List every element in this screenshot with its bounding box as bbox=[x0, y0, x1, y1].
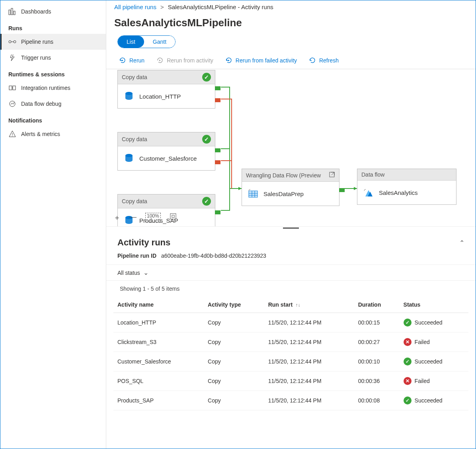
node-name: SalesAnalytics bbox=[379, 189, 418, 196]
svg-point-12 bbox=[12, 136, 13, 136]
collapse-panel-button[interactable]: ⌃ bbox=[459, 239, 464, 247]
zoom-out-button[interactable]: ― bbox=[129, 213, 137, 222]
col-run-start[interactable]: Run start ↑↓ bbox=[264, 297, 354, 313]
node-wrangling-salesdataprep[interactable]: Wrangling Data Flow (Preview SalesDataPr… bbox=[242, 169, 339, 206]
svg-rect-6 bbox=[9, 86, 12, 90]
cell-activity-type: Copy bbox=[204, 391, 264, 410]
node-type: Copy data bbox=[122, 198, 147, 204]
breadcrumb-separator: > bbox=[160, 4, 164, 10]
table-row[interactable]: Products_SAPCopy11/5/20, 12:12:44 PM00:0… bbox=[113, 391, 468, 410]
table-row[interactable]: POS_SQLCopy11/5/20, 12:12:44 PM00:00:36✕… bbox=[113, 371, 468, 391]
sidebar-item-alerts[interactable]: Alerts & metrics bbox=[0, 126, 106, 142]
rerun-activity-icon bbox=[156, 57, 164, 64]
breadcrumb-current: SalesAnalyticsMLPipeline - Activity runs bbox=[168, 4, 273, 10]
pipeline-canvas[interactable]: Copy data ✓ Location_HTTP Copy data ✓ bbox=[106, 69, 476, 226]
node-type: Copy data bbox=[122, 74, 147, 80]
node-copy-location-http[interactable]: Copy data ✓ Location_HTTP bbox=[117, 70, 215, 109]
cell-duration: 00:00:36 bbox=[354, 371, 400, 391]
main-content: All pipeline runs > SalesAnalyticsMLPipe… bbox=[106, 0, 476, 449]
table-row[interactable]: Clickstream_S3Copy11/5/20, 12:12:44 PM00… bbox=[113, 332, 468, 352]
chevron-down-icon: ⌄ bbox=[143, 269, 148, 276]
action-refresh[interactable]: Refresh bbox=[309, 57, 339, 64]
sidebar-item-dashboards[interactable]: Dashboards bbox=[0, 4, 106, 19]
view-toggle: List Gantt bbox=[117, 35, 176, 48]
cell-status: ✕Failed bbox=[400, 371, 468, 391]
svg-rect-23 bbox=[249, 191, 258, 197]
toggle-gantt[interactable]: Gantt bbox=[144, 36, 175, 48]
rerun-failed-icon bbox=[225, 57, 232, 64]
cell-run-start: 11/5/20, 12:12:44 PM bbox=[264, 332, 354, 352]
svg-point-9 bbox=[10, 101, 15, 107]
sidebar-item-label: Trigger runs bbox=[21, 54, 51, 61]
sidebar-item-trigger-runs[interactable]: Trigger runs bbox=[0, 50, 106, 66]
col-status[interactable]: Status bbox=[400, 297, 468, 313]
sidebar-item-label: Alerts & metrics bbox=[21, 131, 60, 137]
pipeline-icon bbox=[8, 38, 16, 46]
sidebar-group-notifications: Notifications bbox=[0, 112, 106, 126]
sidebar-item-integration-runtimes[interactable]: Integration runtimes bbox=[0, 80, 106, 96]
action-label: Rerun bbox=[129, 57, 144, 64]
integration-icon bbox=[8, 84, 16, 92]
dataflow-icon bbox=[363, 187, 374, 198]
debug-icon bbox=[8, 100, 16, 108]
sidebar-item-pipeline-runs[interactable]: Pipeline runs bbox=[0, 34, 106, 50]
status-success-icon: ✓ bbox=[202, 197, 211, 206]
cell-activity-type: Copy bbox=[204, 313, 264, 332]
cell-activity-type: Copy bbox=[204, 352, 264, 371]
cell-duration: 00:00:08 bbox=[354, 391, 400, 410]
cell-activity-name: Customer_Salesforce bbox=[113, 352, 204, 371]
status-success-icon: ✓ bbox=[202, 73, 211, 82]
toggle-list[interactable]: List bbox=[118, 36, 144, 48]
sidebar-item-label: Dashboards bbox=[21, 8, 51, 15]
sidebar: Dashboards Runs Pipeline runs Trigger ru… bbox=[0, 0, 106, 449]
table-row[interactable]: Customer_SalesforceCopy11/5/20, 12:12:44… bbox=[113, 352, 468, 371]
success-icon: ✓ bbox=[404, 358, 412, 365]
status-success-icon: ✓ bbox=[202, 135, 211, 144]
status-filter-label: All status bbox=[117, 270, 140, 276]
zoom-100-button[interactable]: 100% bbox=[145, 213, 161, 222]
success-icon: ✓ bbox=[404, 319, 412, 327]
cell-run-start: 11/5/20, 12:12:44 PM bbox=[264, 352, 354, 371]
node-name: Customer_Salesforce bbox=[139, 155, 197, 162]
sidebar-item-dataflow-debug[interactable]: Data flow debug bbox=[0, 96, 106, 112]
svg-rect-31 bbox=[172, 215, 174, 218]
col-activity-type[interactable]: Activity type bbox=[204, 297, 264, 313]
svg-marker-14 bbox=[159, 60, 161, 61]
svg-rect-30 bbox=[170, 214, 176, 219]
database-icon bbox=[123, 153, 135, 164]
alert-icon bbox=[8, 130, 16, 138]
cell-duration: 00:00:10 bbox=[354, 352, 400, 371]
node-name: Location_HTTP bbox=[139, 93, 181, 100]
pane-resize-handle[interactable] bbox=[106, 226, 476, 229]
refresh-icon bbox=[309, 57, 316, 64]
sidebar-item-label: Integration runtimes bbox=[21, 85, 70, 91]
breadcrumb-link-root[interactable]: All pipeline runs bbox=[114, 4, 156, 10]
zoom-in-button[interactable]: ＋ bbox=[113, 213, 121, 222]
node-type: Data flow bbox=[361, 171, 384, 178]
open-icon[interactable] bbox=[329, 171, 335, 179]
svg-marker-15 bbox=[228, 60, 230, 61]
node-copy-customer-salesforce[interactable]: Copy data ✓ Customer_Salesforce bbox=[117, 132, 215, 171]
col-duration[interactable]: Duration bbox=[354, 297, 400, 313]
table-row[interactable]: Location_HTTPCopy11/5/20, 12:12:44 PM00:… bbox=[113, 313, 468, 332]
svg-rect-7 bbox=[13, 86, 16, 90]
action-rerun[interactable]: Rerun bbox=[119, 57, 144, 64]
cell-activity-name: Clickstream_S3 bbox=[113, 332, 204, 352]
dashboard-icon bbox=[8, 8, 16, 16]
node-dataflow-salesanalytics[interactable]: Data flow SalesAnalytics bbox=[357, 169, 456, 205]
cell-run-start: 11/5/20, 12:12:44 PM bbox=[264, 313, 354, 332]
cell-activity-name: Products_SAP bbox=[113, 391, 204, 410]
fit-screen-button[interactable] bbox=[170, 213, 177, 222]
trigger-icon bbox=[8, 54, 16, 62]
sidebar-item-label: Pipeline runs bbox=[21, 39, 53, 45]
canvas-zoom-controls: ＋ ― 100% bbox=[109, 211, 181, 224]
table-icon bbox=[248, 188, 259, 199]
breadcrumb: All pipeline runs > SalesAnalyticsMLPipe… bbox=[106, 0, 476, 14]
cell-activity-name: POS_SQL bbox=[113, 371, 204, 391]
action-rerun-from-failed[interactable]: Rerun from failed activity bbox=[225, 57, 297, 64]
cell-status: ✓Succeeded bbox=[400, 313, 468, 332]
status-filter-dropdown[interactable]: All status ⌄ bbox=[117, 269, 148, 276]
col-activity-name[interactable]: Activity name bbox=[113, 297, 204, 313]
activity-runs-title: Activity runs bbox=[117, 237, 170, 248]
cell-status: ✕Failed bbox=[400, 332, 468, 352]
